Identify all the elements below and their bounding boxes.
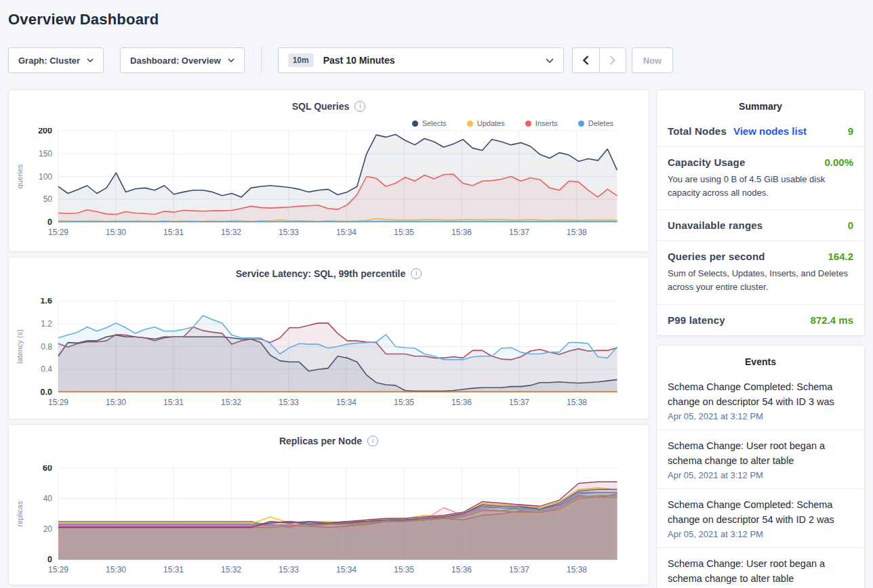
y-axis-label: replicas [16,501,24,526]
sql-queries-chart[interactable]: 05010015020015:2915:3015:3115:3215:3315:… [9,128,649,246]
summary-value: 9 [848,125,853,137]
event-item[interactable]: Schema Change: User root began a schema … [657,429,864,488]
info-icon[interactable]: i [354,101,365,112]
summary-description: Sum of Selects, Updates, Inserts, and De… [668,267,853,294]
summary-value: 0 [848,219,853,231]
time-nav-group [572,47,626,73]
legend-dot [412,121,418,127]
x-tick-label: 15:36 [451,398,472,407]
y-tick-label: 150 [39,149,52,159]
info-icon[interactable]: i [411,268,422,279]
y-tick-label: 20 [43,524,53,534]
graph-dropdown[interactable]: Graph: Cluster [8,47,104,73]
y-tick-label: 100 [39,172,52,182]
summary-rows: Total NodesView nodes list9Capacity Usag… [657,116,864,335]
y-axis-label: queries [16,164,24,189]
legend-label: Inserts [535,119,558,127]
x-tick-label: 15:31 [163,398,184,407]
legend-item-deletes: Deletes [578,119,613,128]
x-tick-label: 15:34 [336,398,357,407]
legend-label: Selects [422,119,447,127]
x-tick-label: 15:35 [394,398,414,407]
x-tick-label: 15:37 [509,398,529,407]
y-tick-label: 50 [43,194,53,204]
event-item[interactable]: Schema Change: User root began a schema … [657,547,864,588]
event-text: Schema Change Completed: Schema change o… [668,379,853,409]
info-icon[interactable]: i [367,436,378,446]
view-nodes-list-link[interactable]: View nodes list [733,125,807,137]
x-tick-label: 15:29 [48,565,68,574]
chart-legend: SelectsUpdatesInsertsDeletes [9,119,613,128]
x-tick-label: 15:35 [394,228,414,237]
y-tick-label: 0 [47,555,52,564]
y-tick-label: 60 [43,465,52,473]
legend-item-updates: Updates [467,119,505,128]
chart-header: SQL Queries i [9,90,649,112]
event-timestamp: Apr 05, 2021 at 3:12 PM [668,470,853,480]
legend-label: Updates [477,119,505,127]
y-tick-label: 1.2 [41,319,52,329]
event-item[interactable]: Schema Change Completed: Schema change o… [657,488,864,547]
y-tick-label: 1.6 [41,298,52,306]
summary-row-capacity-usage: Capacity Usage0.00%You are using 0 B of … [657,146,864,209]
x-tick-label: 15:37 [509,565,529,574]
service-latency-chart[interactable]: 0.00.40.81.21.615:2915:3015:3115:3215:33… [9,298,649,416]
chevron-left-icon [583,56,589,65]
time-next-button[interactable] [599,47,626,73]
replicas-per-node-chart-card: Replicas per Node i 020406015:2915:3015:… [8,424,649,585]
chart-header: Service Latency: SQL, 99th percentile i [9,257,649,279]
summary-value: 164.2 [828,251,853,262]
x-tick-label: 15:38 [567,398,587,407]
x-tick-label: 15:36 [451,228,472,237]
x-tick-label: 15:33 [279,398,299,407]
x-tick-label: 15:30 [106,228,126,237]
toolbar: Graph: Cluster Dashboard: Overview 10m P… [8,47,865,73]
chevron-right-icon [609,56,615,65]
x-tick-label: 15:38 [567,565,587,574]
sql-queries-chart-card: SQL Queries i SelectsUpdatesInsertsDelet… [8,89,649,252]
legend-label: Deletes [588,119,613,127]
summary-row-total-nodes: Total NodesView nodes list9 [657,116,864,146]
time-range-picker[interactable]: 10m Past 10 Minutes [278,47,564,73]
y-tick-label: 200 [38,128,52,135]
summary-label: P99 latency [668,314,725,326]
sidebar: Summary Total NodesView nodes list9Capac… [656,89,865,588]
time-prev-button[interactable] [572,47,599,73]
x-tick-label: 15:35 [394,565,414,574]
legend-item-selects: Selects [412,119,447,128]
x-tick-label: 15:31 [163,565,184,574]
dashboard-dropdown[interactable]: Dashboard: Overview [120,47,245,73]
x-tick-label: 15:30 [106,398,126,407]
legend-dot [525,121,531,127]
events-list: Schema Change Completed: Schema change o… [657,371,864,588]
summary-description: You are using 0 B of 4.5 GiB usable disk… [668,173,853,200]
x-tick-label: 15:32 [221,228,241,237]
legend-dot [578,121,584,127]
event-item[interactable]: Schema Change Completed: Schema change o… [657,371,864,429]
x-tick-label: 15:29 [48,228,68,237]
now-button[interactable]: Now [632,47,673,73]
y-tick-label: 0.8 [41,342,52,352]
page-title: Overview Dashboard [8,0,865,28]
summary-row-p99-latency: P99 latency872.4 ms [657,304,864,335]
dashboard-dropdown-label: Dashboard: Overview [130,56,221,66]
y-tick-label: 0 [47,217,52,227]
summary-label: Total Nodes [668,125,727,137]
summary-label: Queries per second [668,251,765,262]
x-tick-label: 15:30 [106,565,126,574]
events-title: Events [657,345,864,371]
series-line-deletes [58,222,617,222]
replicas-per-node-chart[interactable]: 020406015:2915:3015:3115:3215:3315:3415:… [9,465,649,583]
legend-item-inserts: Inserts [525,119,558,128]
summary-label: Unavailable ranges [668,219,763,231]
event-timestamp: Apr 05, 2021 at 3:12 PM [668,411,853,421]
x-tick-label: 15:36 [451,565,472,574]
graph-dropdown-label: Graph: Cluster [18,56,80,66]
toolbar-divider [261,47,262,73]
time-range-badge: 10m [288,54,314,67]
event-text: Schema Change Completed: Schema change o… [668,497,853,527]
chart-title: SQL Queries [292,101,350,112]
summary-value: 872.4 ms [811,314,853,326]
summary-title: Summary [657,90,864,116]
chart-title: Service Latency: SQL, 99th percentile [236,268,406,279]
